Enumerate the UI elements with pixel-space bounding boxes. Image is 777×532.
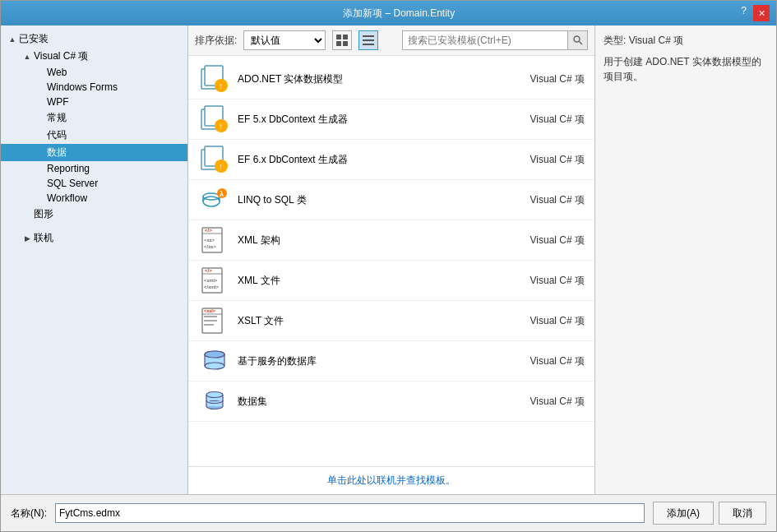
svg-text:<xs>: <xs> [204, 238, 215, 243]
item-icon-ef5: ↑ [198, 104, 231, 134]
svg-text:↑: ↑ [219, 162, 223, 171]
type-label: 类型: Visual C# 项 [604, 34, 768, 48]
svg-text:λ: λ [220, 190, 224, 198]
item-name-linq: LINQ to SQL 类 [231, 193, 486, 207]
svg-line-8 [579, 42, 582, 45]
svg-point-7 [574, 36, 580, 42]
tree-item-wpf[interactable]: WPF [1, 95, 187, 109]
tree-item-networking[interactable]: ▶ 联机 [1, 229, 187, 247]
tree-label-visual-csharp: Visual C# 项 [34, 49, 88, 63]
item-xml-file[interactable]: </> <xml> </xml> XML 文件 Visual C# 项 [188, 261, 594, 301]
help-label: ? [741, 5, 747, 21]
sort-select[interactable]: 默认值 [243, 30, 326, 50]
svg-text:<xsl>: <xsl> [204, 308, 215, 313]
tree-item-workflow[interactable]: Workflow [1, 191, 187, 206]
expand-icon-vc: ▲ [21, 50, 34, 63]
svg-text:</>: </> [205, 268, 212, 273]
dialog-title: 添加新项 – Domain.Entity [57, 7, 741, 21]
item-icon-ef6: ↑ [198, 145, 231, 174]
tree-item-web[interactable]: Web [1, 65, 187, 80]
installed-header[interactable]: ▲ 已安装 [1, 30, 187, 48]
tree-item-reporting[interactable]: Reporting [1, 161, 187, 176]
title-bar: 添加新项 – Domain.Entity ? ✕ [1, 1, 776, 25]
right-panel: 类型: Visual C# 项 用于创建 ADO.NET 实体数据模型的项目项。 [595, 25, 776, 494]
svg-rect-41 [204, 320, 217, 322]
svg-text:</xml>: </xml> [204, 285, 220, 289]
tree-item-sql-server[interactable]: SQL Server [1, 176, 187, 191]
tree-label-sql-server: SQL Server [47, 178, 98, 189]
item-cat-ef6: Visual C# 项 [486, 153, 585, 167]
item-name-service-db: 基于服务的数据库 [231, 354, 486, 368]
svg-text:↑: ↑ [219, 81, 223, 90]
item-linq[interactable]: λ LINQ to SQL 类 Visual C# 项 [188, 180, 594, 220]
svg-text:</>: </> [205, 228, 212, 233]
item-xml-schema[interactable]: </> <xs> </xs> XML 架构 Visual C# 项 [188, 220, 594, 261]
item-cat-linq: Visual C# 项 [486, 193, 585, 207]
item-icon-xml-file: </> <xml> </xml> [198, 266, 231, 295]
item-service-db[interactable]: 基于服务的数据库 Visual C# 项 [188, 341, 594, 382]
item-icon-xml-schema: </> <xs> </xs> [198, 225, 231, 255]
item-cat-ef5: Visual C# 项 [486, 113, 585, 127]
svg-text:<xml>: <xml> [204, 278, 218, 283]
svg-point-48 [205, 351, 224, 358]
item-dataset[interactable]: 数据集 Visual C# 项 [188, 382, 594, 422]
item-name-xml-file: XML 文件 [231, 274, 486, 288]
add-button[interactable]: 添加(A) [653, 502, 714, 525]
description-text: 用于创建 ADO.NET 实体数据模型的项目项。 [604, 54, 768, 84]
tree-item-graphics[interactable]: 图形 [1, 206, 187, 223]
item-name-xml-schema: XML 架构 [231, 234, 486, 247]
item-xslt[interactable]: <xsl> XSLT 文件 Visual C# 项 [188, 301, 594, 341]
svg-point-56 [206, 392, 223, 398]
main-content: ▲ 已安装 ▲ Visual C# 项 Web Windows Forms WP… [1, 25, 776, 494]
tree-item-data[interactable]: 数据 [1, 144, 187, 161]
cancel-button[interactable]: 取消 [719, 502, 766, 525]
search-input[interactable] [403, 31, 567, 49]
tree-label-wpf: WPF [47, 96, 69, 108]
svg-rect-0 [336, 35, 341, 39]
title-controls: ? ✕ [741, 5, 770, 21]
grid-view-btn[interactable] [332, 30, 352, 50]
svg-rect-5 [363, 39, 374, 41]
item-icon-ado-net: ↑ [198, 64, 231, 94]
online-templates-link[interactable]: 单击此处以联机并查找模板。 [327, 474, 456, 486]
bottom-link-area: 单击此处以联机并查找模板。 [188, 466, 594, 494]
tree-label-normal: 常规 [47, 111, 67, 125]
svg-rect-3 [343, 41, 348, 46]
add-new-item-dialog: 添加新项 – Domain.Entity ? ✕ ▲ 已安装 ▲ Visual … [0, 0, 777, 532]
tree-label-reporting: Reporting [47, 163, 90, 174]
item-name-xslt: XSLT 文件 [231, 314, 486, 328]
list-view-btn[interactable] [358, 30, 378, 50]
svg-rect-6 [363, 44, 374, 45]
close-button[interactable]: ✕ [753, 5, 770, 21]
item-cat-xml-file: Visual C# 项 [486, 274, 585, 288]
tree-label-web: Web [47, 67, 67, 78]
item-name-ef6: EF 6.x DbContext 生成器 [231, 153, 486, 167]
item-cat-ado-net: Visual C# 项 [486, 72, 585, 86]
tree-label-data: 数据 [47, 146, 67, 160]
item-name-ado-net: ADO.NET 实体数据模型 [231, 72, 486, 86]
tree-item-code[interactable]: 代码 [1, 127, 187, 144]
tree-label-code: 代码 [47, 128, 67, 142]
bottom-buttons: 添加(A) 取消 [653, 502, 766, 525]
item-ado-net[interactable]: ↑ ADO.NET 实体数据模型 Visual C# 项 [188, 59, 594, 99]
search-button[interactable] [567, 31, 587, 49]
svg-point-45 [205, 363, 224, 369]
installed-label: 已安装 [19, 32, 49, 46]
name-input[interactable] [55, 503, 645, 523]
tree-item-windows-forms[interactable]: Windows Forms [1, 80, 187, 95]
svg-text:↑: ↑ [219, 122, 223, 131]
item-name-dataset: 数据集 [231, 395, 486, 409]
search-box [402, 30, 588, 50]
svg-rect-1 [343, 35, 348, 39]
svg-rect-42 [204, 324, 214, 326]
item-ef5[interactable]: ↑ EF 5.x DbContext 生成器 Visual C# 项 [188, 99, 594, 140]
item-ef6[interactable]: ↑ EF 6.x DbContext 生成器 Visual C# 项 [188, 140, 594, 180]
tree-label-workflow: Workflow [47, 192, 87, 204]
expand-icon-network: ▶ [21, 232, 34, 245]
center-panel: 排序依据: 默认值 [188, 25, 595, 494]
svg-text:</xs>: </xs> [204, 244, 216, 249]
tree-item-normal[interactable]: 常规 [1, 109, 187, 127]
tree-label-graphics: 图形 [34, 207, 53, 221]
tree-item-visual-csharp[interactable]: ▲ Visual C# 项 [1, 48, 187, 65]
tree-label-networking: 联机 [34, 231, 53, 245]
